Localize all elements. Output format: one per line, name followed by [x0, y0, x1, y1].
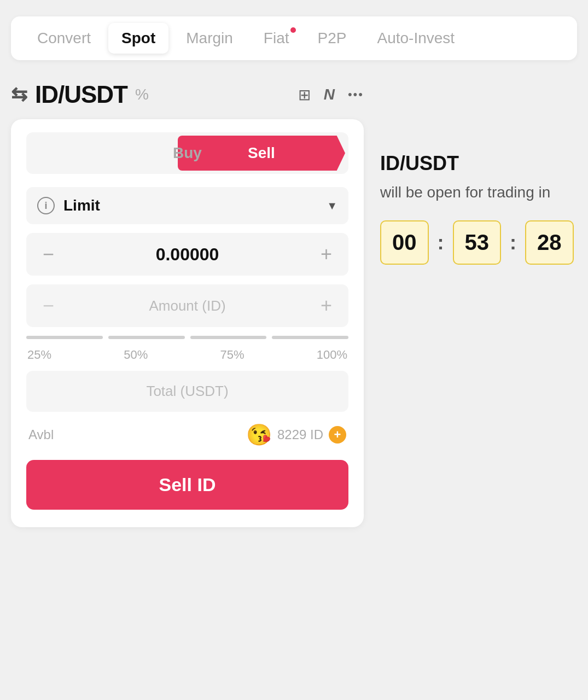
kiss-emoji: 😘	[246, 423, 272, 447]
sell-id-button[interactable]: Sell ID	[26, 460, 348, 510]
countdown-minutes: 53	[453, 220, 502, 265]
more-icon[interactable]: •••	[348, 88, 364, 102]
buy-sell-toggle: Buy Sell	[26, 132, 348, 174]
trading-card: Buy Sell i Limit ▼ − 0.00000	[11, 119, 364, 527]
countdown-sep-1: :	[438, 231, 444, 254]
info-icon[interactable]: i	[37, 197, 55, 214]
pct-track-4[interactable]	[272, 336, 348, 339]
price-plus-button[interactable]: +	[315, 243, 337, 266]
countdown-timer: 00 : 53 : 28	[380, 220, 577, 265]
pct-track-1[interactable]	[26, 336, 103, 339]
algo-icon[interactable]: N	[324, 86, 335, 103]
total-input[interactable]: Total (USDT)	[37, 383, 337, 400]
trading-info: ID/USDT will be open for trading in 00 :…	[380, 141, 577, 276]
pair-percent: %	[135, 86, 149, 103]
tab-fiat[interactable]: Fiat	[251, 23, 300, 54]
pct-50[interactable]: 50%	[124, 348, 148, 362]
fiat-dot	[290, 27, 296, 33]
avbl-label: Avbl	[28, 427, 54, 442]
pct-labels: 25% 50% 75% 100%	[26, 348, 348, 362]
countdown-hours: 00	[380, 220, 429, 265]
amount-input[interactable]: Amount (ID)	[60, 298, 315, 314]
avbl-value: 8229 ID	[277, 427, 323, 442]
countdown-pair-name: ID/USDT	[380, 152, 577, 175]
tab-convert[interactable]: Convert	[24, 23, 104, 54]
countdown-seconds: 28	[525, 220, 574, 265]
pair-header: ⇆ ID/USDT % ⊞ N •••	[11, 75, 364, 119]
tab-bar: Convert Spot Margin Fiat P2P Auto-Invest	[11, 16, 577, 60]
right-panel: ID/USDT will be open for trading in 00 :…	[380, 75, 577, 276]
avbl-value-wrap: 😘 8229 ID +	[246, 423, 346, 447]
total-row: Total (USDT)	[26, 371, 348, 412]
chevron-down-icon: ▼	[327, 200, 337, 212]
order-type-label: Limit	[63, 197, 327, 214]
tab-spot[interactable]: Spot	[108, 23, 168, 54]
add-balance-button[interactable]: +	[329, 426, 346, 444]
pct-bar	[26, 336, 348, 339]
buy-button[interactable]: Buy	[30, 136, 345, 171]
tab-auto-invest[interactable]: Auto-Invest	[364, 23, 468, 54]
trading-description: will be open for trading in	[380, 182, 577, 203]
amount-plus-button[interactable]: +	[315, 294, 337, 317]
swap-icon[interactable]: ⇆	[11, 83, 27, 106]
pair-title: ⇆ ID/USDT %	[11, 81, 149, 108]
pair-name[interactable]: ID/USDT	[35, 81, 127, 108]
pct-25[interactable]: 25%	[27, 348, 51, 362]
main-container: Convert Spot Margin Fiat P2P Auto-Invest…	[11, 16, 577, 527]
pct-track-2[interactable]	[108, 336, 185, 339]
countdown-sep-2: :	[510, 231, 516, 254]
tab-p2p[interactable]: P2P	[305, 23, 360, 54]
amount-input-row: − Amount (ID) +	[26, 284, 348, 327]
pair-actions: ⊞ N •••	[298, 86, 364, 104]
order-type-row[interactable]: i Limit ▼	[26, 187, 348, 224]
pct-75[interactable]: 75%	[220, 348, 244, 362]
price-value[interactable]: 0.00000	[60, 244, 315, 265]
price-input-row: − 0.00000 +	[26, 233, 348, 276]
settings-icon[interactable]: ⊞	[298, 86, 311, 104]
pct-track-3[interactable]	[190, 336, 267, 339]
avbl-row: Avbl 😘 8229 ID +	[26, 423, 348, 447]
price-minus-button[interactable]: −	[37, 243, 60, 266]
left-panel: ⇆ ID/USDT % ⊞ N ••• Buy Sell	[11, 75, 364, 527]
amount-minus-button[interactable]: −	[37, 294, 60, 317]
tab-margin[interactable]: Margin	[173, 23, 246, 54]
pct-100[interactable]: 100%	[317, 348, 347, 362]
main-layout: ⇆ ID/USDT % ⊞ N ••• Buy Sell	[11, 75, 577, 527]
